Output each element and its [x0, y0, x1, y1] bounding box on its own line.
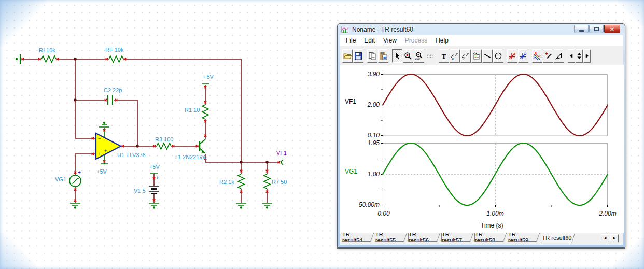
ellipse-tool-button[interactable] [493, 49, 503, 63]
open-folder-icon [343, 52, 352, 60]
battery-v1 [149, 187, 159, 194]
titlebar[interactable]: Noname - TR result60 ✕ [338, 24, 625, 35]
nav-right-button[interactable] [583, 49, 591, 63]
nav-right-icon [584, 53, 590, 59]
polarity-marks: − + + + + [78, 136, 159, 181]
nav-spin-button[interactable] [576, 49, 583, 63]
label-t1: T1 2N2219A [174, 154, 206, 160]
zoom-in-button[interactable] [403, 49, 413, 63]
menubar: File Edit View Process Help [340, 35, 623, 46]
select-cursor-button[interactable] [392, 49, 402, 63]
cursor-arrow-icon [393, 52, 401, 60]
y-tick-0p10: 0.10 [355, 132, 380, 139]
cursor-b-button[interactable]: b [518, 49, 528, 63]
chart-area[interactable]: VF1 VG1 3.90 2.00 0.10 1.95 1.00 50.00m … [340, 65, 624, 233]
label-vf1: VF1 [276, 150, 287, 156]
y-tick-2p00: 2.00 [355, 101, 380, 108]
y-tick-3p90: 3.90 [355, 70, 380, 78]
tab-tr-result56[interactable]: TR result56 [408, 233, 440, 242]
line-tool-button[interactable] [482, 49, 493, 63]
y-tick-1p00: 1.00 [355, 171, 380, 178]
window-client: File Edit View Process Help 100 T a ? [340, 35, 623, 244]
zoom-out-100-button[interactable]: 100 [414, 49, 424, 63]
text-tool-button[interactable]: T [439, 49, 449, 63]
svg-text:+: + [156, 175, 159, 181]
label-r1: R1 10 [185, 107, 200, 113]
zoom-in-icon [404, 52, 412, 60]
tab-tr-result57[interactable]: TR result57 [441, 233, 473, 242]
label-5v-v1: +5V [149, 164, 160, 170]
copy-icon [368, 52, 376, 60]
ellipse-icon [494, 52, 502, 60]
curve-cursor-a-icon: a [451, 52, 459, 60]
svg-text:+: + [104, 148, 107, 153]
tab-tr-result58[interactable]: TR result58 [474, 233, 507, 242]
tab-tr-result54[interactable]: TR result54 [342, 233, 374, 242]
save-button[interactable] [353, 49, 363, 63]
curve-cursor-help-icon: ? [461, 52, 470, 60]
paste-button[interactable] [378, 49, 388, 63]
tab-tr-result60[interactable]: TR result60 [541, 233, 575, 243]
cursor-a-button[interactable]: a [507, 49, 517, 63]
add-curves-button[interactable] [532, 49, 542, 63]
waveform-chart-icon [341, 26, 349, 34]
tab-scroll-left-button[interactable]: ◄ [601, 234, 609, 242]
x-axis-title: Time (s) [481, 222, 503, 229]
tab-tr-result59[interactable]: TR result59 [508, 233, 540, 242]
y-tick-1p95: 1.95 [355, 139, 380, 147]
x-tick-1m: 1.00m [480, 210, 511, 217]
label-r7: R7 50 [272, 179, 287, 185]
pen-marker-icon [544, 52, 552, 60]
legend-icon [472, 52, 481, 60]
x-tick-0: 0.00 [368, 210, 399, 217]
label-vg1: VG1 [55, 176, 66, 182]
nav-left-button[interactable] [568, 49, 575, 63]
minimize-button[interactable] [574, 25, 589, 33]
label-c2: C2 22p [104, 87, 122, 93]
copy-button[interactable] [367, 49, 377, 63]
x-tick-2m: 2.00m [592, 210, 623, 217]
menu-edit[interactable]: Edit [361, 36, 378, 45]
svg-text:a: a [513, 52, 515, 56]
components [16, 54, 283, 208]
paste-icon [379, 52, 387, 60]
pen-marker-button[interactable] [543, 49, 553, 63]
slope-marker-button[interactable] [554, 49, 564, 63]
svg-text:+: + [78, 169, 81, 175]
curve-cursor-a-button[interactable]: a [450, 49, 460, 63]
label-5v-opamp: +5V [96, 168, 107, 175]
label-5v-r1: +5V [203, 74, 214, 80]
cursor-b-icon: b [519, 52, 527, 60]
nav-spin-icon [576, 52, 582, 60]
close-button[interactable]: ✕ [604, 25, 620, 33]
nav-left-icon [568, 53, 575, 59]
label-ri: RI 10k [39, 47, 55, 53]
menu-view[interactable]: View [380, 36, 400, 45]
svg-text:b: b [524, 52, 526, 56]
menu-file[interactable]: File [343, 36, 359, 45]
close-icon: ✕ [610, 26, 614, 32]
svg-text:T: T [442, 52, 446, 60]
svg-text:a: a [452, 56, 454, 60]
svg-text:+: + [98, 151, 101, 157]
menu-help[interactable]: Help [432, 36, 452, 45]
text-icon: T [440, 52, 448, 60]
grid-icon [426, 52, 434, 60]
maximize-button[interactable] [589, 25, 604, 33]
svg-text:100: 100 [415, 57, 420, 60]
svg-text:−: − [98, 136, 101, 141]
legend-tool-button[interactable] [471, 49, 482, 63]
label-r2: R2 1k [219, 179, 234, 185]
edge-tint [618, 0, 644, 26]
minimize-icon [579, 30, 584, 32]
chart-plot [340, 65, 624, 233]
tabstrip: TR result54 TR result55 TR result56 TR r… [340, 233, 623, 245]
curve-cursor-help-button[interactable]: ? [460, 49, 471, 63]
label-v1: V1 5 [134, 188, 146, 194]
tab-scroll-right-button[interactable]: ► [610, 234, 619, 242]
label-r3: R3 100 [155, 136, 173, 143]
label-u1: U1 TLV376 [117, 152, 146, 158]
open-button[interactable] [342, 49, 353, 63]
schematic-canvas[interactable]: − + + + + RI 10k RF 10k C2 22p +5V R1 10… [0, 0, 336, 269]
tab-tr-result55[interactable]: TR result55 [375, 233, 407, 242]
